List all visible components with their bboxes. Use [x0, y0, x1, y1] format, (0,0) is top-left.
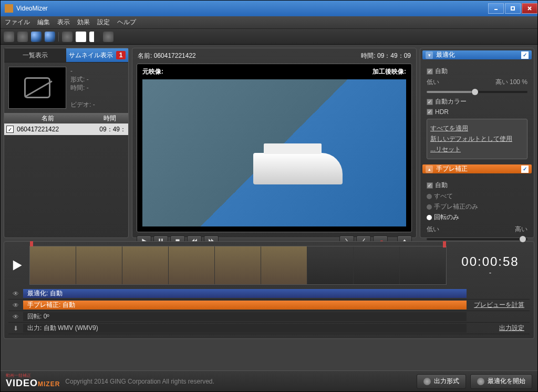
collapse-icon: ▾ [426, 51, 433, 59]
auto-color-checkbox[interactable]: ✓ [427, 99, 433, 105]
output-format-button[interactable]: 出力形式 [417, 374, 466, 389]
time-label: 時間: 09：49：09 [361, 51, 411, 60]
footer: 動画一括補正 VIDEOMIZER Copyright 2014 GING Co… [1, 370, 537, 391]
minimize-button[interactable] [488, 3, 504, 14]
radio-stab-only[interactable] [427, 204, 432, 210]
refresh-icon [477, 378, 484, 385]
optimize-toggle[interactable]: ✓ [521, 51, 529, 59]
track-output[interactable]: 出力: 自動 WMV (WMV9) [23, 324, 467, 333]
eye-icon[interactable]: 👁 [8, 313, 23, 321]
radio-rotate-only[interactable] [427, 215, 432, 220]
stabilize-slider[interactable] [427, 238, 527, 240]
toolbar-btn-2[interactable] [17, 32, 28, 42]
apply-all-link[interactable]: すべてを適用 [430, 124, 524, 133]
menu-settings[interactable]: 設定 [97, 18, 110, 27]
preview-calc-link[interactable]: プレビューを計算 [467, 301, 530, 310]
svg-rect-1 [511, 7, 514, 10]
track-optimize[interactable]: 最適化: 自動 [23, 289, 467, 298]
marker-end[interactable] [443, 241, 446, 247]
toolbar-btn-3[interactable] [62, 32, 73, 42]
gear-icon [423, 378, 431, 385]
app-icon [5, 4, 13, 13]
hdr-checkbox[interactable]: ✓ [427, 109, 433, 115]
collapse-icon: ▴ [426, 166, 433, 173]
stab-auto-checkbox[interactable]: ✓ [427, 182, 433, 189]
tab-list-view[interactable]: 一覧表示 [4, 48, 66, 62]
video-thumbnail[interactable] [8, 67, 66, 109]
toolbar-separator [58, 32, 59, 42]
eye-icon[interactable]: 👁 [8, 290, 23, 297]
toolbar [1, 29, 537, 45]
stabilize-toggle[interactable]: ✓ [521, 166, 529, 173]
list-row[interactable]: ✓ 060417221422 09：49： [4, 123, 128, 135]
track-stabilize[interactable]: 手ブレ補正: 自動 [23, 301, 467, 310]
menu-help[interactable]: ヘルプ [117, 18, 136, 27]
menu-file[interactable]: ファイル [5, 18, 30, 27]
row-checkbox[interactable]: ✓ [6, 126, 14, 133]
thumb-count-badge: 1 [116, 51, 126, 59]
tab-thumb-view[interactable]: サムネイル表示 1 [66, 48, 128, 62]
name-label: 名前: 060417221422 [138, 51, 196, 60]
timecode: 00:00:58 - [451, 254, 530, 276]
save-default-link[interactable]: 新しいデフォルトとして使用 [430, 135, 524, 143]
settings-panel: ▾ 最適化 ✓ ✓自動 低い高い 100 % ✓自動カラー ✓HDR すべてを適… [420, 48, 534, 238]
processed-label: 加工後映像: [373, 67, 406, 76]
timeline-panel: 00:00:58 - 👁 最適化: 自動 👁 手ブレ補正: 自動 プレビューを計… [4, 241, 534, 339]
timeline-play-button[interactable] [8, 257, 25, 274]
no-image-icon [24, 77, 50, 98]
copyright: Copyright 2014 GING Corporation All righ… [65, 378, 214, 385]
output-settings-link[interactable]: 出力設定 [467, 324, 530, 333]
video-meta: - 形式: - 時間: - ビデオ: - [70, 67, 95, 109]
toolbar-disc-2[interactable] [45, 32, 55, 42]
output-icon[interactable]: ⬇ [8, 325, 23, 332]
menu-effect[interactable]: 効果 [77, 18, 90, 27]
logo-subtitle: 動画一括補正 [6, 374, 60, 378]
radio-all[interactable] [427, 194, 432, 199]
filmstrip[interactable] [29, 246, 447, 285]
reset-link[interactable]: ...リセット [430, 145, 524, 154]
menubar: ファイル 編集 表示 効果 設定 ヘルプ [1, 16, 537, 29]
toolbar-btn-1[interactable] [4, 32, 14, 42]
auto-checkbox[interactable]: ✓ [427, 68, 433, 75]
titlebar[interactable]: VideoMizer [1, 1, 537, 16]
toolbar-split[interactable] [89, 32, 100, 42]
toolbar-stop[interactable] [76, 32, 86, 42]
logo: VIDEOMIZER [6, 378, 60, 388]
start-optimize-button[interactable]: 最適化を開始 [470, 374, 532, 389]
preview-image[interactable] [142, 79, 406, 226]
original-label: 元映像: [142, 67, 163, 76]
app-window: VideoMizer ファイル 編集 表示 効果 設定 ヘルプ 一覧表示 サムネ [0, 0, 538, 392]
sidebar: 一覧表示 サムネイル表示 1 - 形式: - 時間: - ビデオ: - 名前 時… [4, 48, 129, 238]
optimize-slider[interactable] [427, 91, 527, 93]
stabilize-header[interactable]: ▴ 手ブレ補正 ✓ [422, 164, 532, 173]
menu-view[interactable]: 表示 [57, 18, 70, 27]
toolbar-btn-4[interactable] [103, 32, 113, 42]
window-title: VideoMizer [16, 5, 48, 12]
maximize-button[interactable] [505, 3, 521, 14]
eye-icon[interactable]: 👁 [8, 302, 23, 309]
close-button[interactable] [522, 3, 537, 14]
list-header: 名前 時間 [4, 113, 128, 123]
menu-edit[interactable]: 編集 [37, 18, 50, 27]
toolbar-disc-1[interactable] [31, 32, 42, 42]
track-rotate[interactable]: 回転: 0º [23, 312, 467, 321]
optimize-header[interactable]: ▾ 最適化 ✓ [422, 50, 532, 59]
preview-panel: 名前: 060417221422 時間: 09：49：09 元映像: 加工後映像… [132, 48, 417, 238]
